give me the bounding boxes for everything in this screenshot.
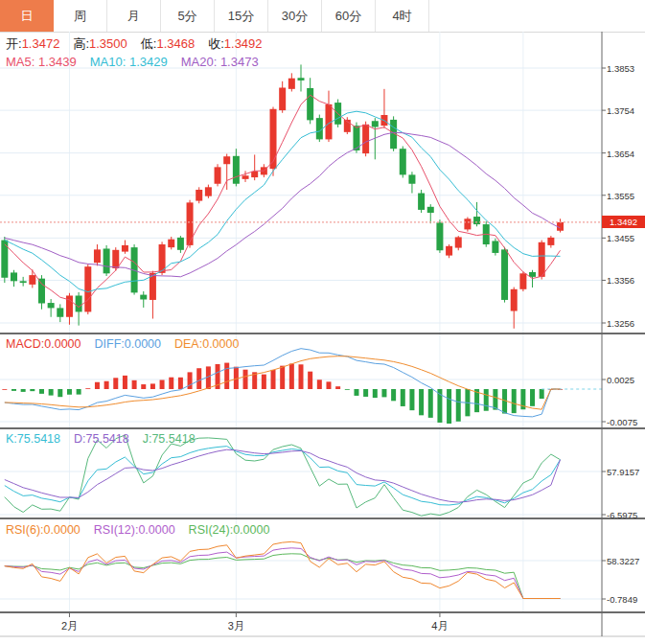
ma-value: 1.3473 — [220, 55, 259, 69]
macd-value: 0.0000 — [125, 337, 161, 351]
ohlc-label: 开: — [6, 36, 22, 51]
ohlc-value: 1.3468 — [156, 36, 195, 51]
ohlc-readout-item: 开:1.3472 — [6, 35, 59, 53]
last-price-badge: 1.3492 — [602, 216, 645, 228]
month-label: 4月 — [431, 619, 448, 633]
ohlc-readout-item: 收:1.3492 — [208, 35, 262, 53]
price-axis-label: 1.3356 — [607, 275, 634, 286]
ohlc-label: 高: — [73, 36, 89, 51]
kdj-axis-label: 57.9157 — [607, 467, 639, 477]
ma-label: MA10: — [90, 55, 129, 69]
ohlc-readout-item: 高:1.3500 — [73, 35, 127, 53]
month-label: 3月 — [228, 619, 244, 633]
rsi-readout-item: RSI(24):0.0000 — [189, 523, 270, 537]
rsi-label: RSI(12): — [94, 523, 139, 537]
macd-readout-item: MACD:0.0000 — [6, 337, 81, 351]
kdj-value: 75.5418 — [86, 432, 129, 446]
trading-chart-app: 日周月5分15分30分60分4时 开:1.3472高:1.3500低:1.346… — [0, 0, 645, 644]
ma-readout-item: MA20: 1.3473 — [181, 55, 259, 69]
kdj-label: J: — [143, 432, 152, 446]
kdj-readout: K:75.5418D:75.5418J:75.5418 — [6, 432, 209, 446]
month-label: 2月 — [61, 619, 78, 633]
rsi-value: 0.0000 — [138, 523, 174, 537]
macd-value: 0.0000 — [44, 337, 81, 351]
rsi-label: RSI(6): — [6, 523, 44, 537]
ma-readout: MA5: 1.3439MA10: 1.3429MA20: 1.3473 — [6, 55, 272, 69]
macd-label: DEA: — [174, 337, 202, 351]
ma-value: 1.3429 — [129, 55, 168, 69]
ohlc-value: 1.3472 — [22, 36, 60, 51]
ohlc-readout-item: 低:1.3468 — [141, 35, 195, 53]
ohlc-label: 低: — [141, 36, 157, 51]
kdj-readout-item: D:75.5418 — [74, 432, 129, 446]
ohlc-label: 收: — [208, 36, 224, 51]
rsi-readout-item: RSI(6):0.0000 — [6, 523, 81, 537]
macd-axis-label: -0.0075 — [607, 417, 637, 427]
macd-value: 0.0000 — [202, 337, 239, 351]
kdj-axis-label: -6.5975 — [607, 510, 637, 520]
rsi-value: 0.0000 — [44, 523, 81, 537]
price-axis-label: 1.3754 — [607, 105, 634, 116]
rsi-value: 0.0000 — [233, 523, 269, 537]
chart-canvas[interactable] — [0, 0, 645, 644]
ma-value: 1.3439 — [38, 55, 77, 69]
kdj-label: K: — [6, 432, 17, 446]
rsi-label: RSI(24): — [189, 523, 234, 537]
macd-readout: MACD:0.0000DIFF:0.0000DEA:0.0000 — [6, 337, 252, 351]
ohlc-value: 1.3492 — [224, 36, 263, 51]
rsi-axis-label: 58.3227 — [607, 556, 639, 566]
kdj-readout-item: J:75.5418 — [143, 432, 196, 446]
price-axis-label: 1.3654 — [607, 149, 634, 159]
macd-axis-label: 0.0025 — [607, 375, 634, 385]
macd-label: MACD: — [6, 337, 44, 351]
ohlc-readout: 开:1.3472高:1.3500低:1.3468收:1.3492 — [6, 35, 276, 53]
price-axis-label: 1.3555 — [607, 191, 634, 201]
kdj-value: 75.5418 — [17, 432, 60, 446]
rsi-readout-item: RSI(12):0.0000 — [94, 523, 175, 537]
macd-label: DIFF: — [95, 337, 125, 351]
macd-readout-item: DIFF:0.0000 — [95, 337, 161, 351]
ma-label: MA5: — [6, 55, 38, 69]
rsi-readout: RSI(6):0.0000RSI(12):0.0000RSI(24):0.000… — [6, 523, 283, 537]
price-axis-label: 1.3256 — [607, 318, 634, 329]
kdj-readout-item: K:75.5418 — [6, 432, 60, 446]
macd-readout-item: DEA:0.0000 — [174, 337, 239, 351]
rsi-axis-label: -0.7849 — [607, 594, 637, 605]
price-axis-label: 1.3455 — [607, 233, 634, 243]
ohlc-value: 1.3500 — [89, 36, 127, 51]
ma-readout-item: MA5: 1.3439 — [6, 55, 77, 69]
price-axis-label: 1.3853 — [607, 63, 634, 74]
kdj-label: D: — [74, 432, 86, 446]
ma-readout-item: MA10: 1.3429 — [90, 55, 168, 69]
kdj-value: 75.5418 — [151, 432, 195, 446]
ma-label: MA20: — [181, 55, 220, 69]
